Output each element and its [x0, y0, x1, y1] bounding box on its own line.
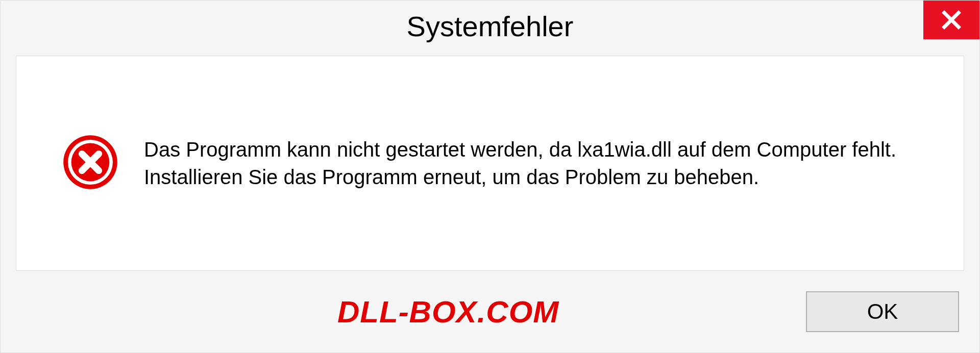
ok-button[interactable]: OK — [806, 291, 959, 332]
ok-button-label: OK — [867, 299, 898, 324]
error-icon-wrap — [62, 134, 118, 192]
error-icon — [62, 134, 118, 190]
error-dialog: Systemfehler Das Programm kann nicht ges… — [0, 0, 980, 353]
content-area: Das Programm kann nicht gestartet werden… — [16, 56, 964, 271]
titlebar: Systemfehler — [1, 1, 979, 52]
close-button[interactable] — [923, 1, 979, 39]
dialog-title: Systemfehler — [407, 10, 574, 43]
watermark-text: DLL-BOX.COM — [337, 294, 559, 330]
footer: DLL-BOX.COM OK — [1, 281, 979, 352]
error-message: Das Programm kann nicht gestartet werden… — [144, 136, 910, 191]
close-icon — [941, 9, 962, 31]
